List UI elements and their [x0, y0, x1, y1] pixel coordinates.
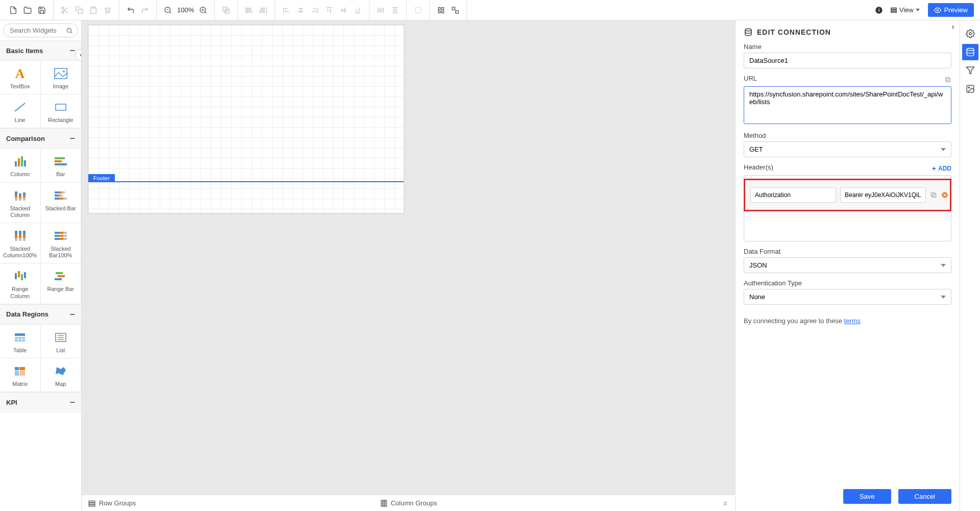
header-value-input[interactable] — [840, 187, 926, 203]
rail-properties-icon[interactable] — [962, 26, 978, 42]
align-right-edge-icon[interactable] — [257, 4, 270, 16]
snap-grid-icon[interactable] — [435, 4, 447, 16]
new-file-icon[interactable] — [7, 4, 19, 16]
widget-stacked-column-100[interactable]: Stacked Column100% — [0, 223, 41, 263]
widget-map[interactable]: Map — [40, 358, 82, 392]
widget-rectangle[interactable]: Rectangle — [40, 94, 82, 128]
right-icon-rail — [960, 20, 980, 511]
section-data-regions[interactable]: Data Regions − — [0, 304, 81, 325]
open-file-icon[interactable] — [21, 4, 34, 16]
section-comparison[interactable]: Comparison − — [0, 128, 81, 149]
svg-rect-140 — [931, 192, 935, 196]
widget-range-column[interactable]: Range Column — [0, 263, 41, 304]
delete-icon[interactable] — [102, 4, 114, 16]
save-file-icon[interactable] — [36, 4, 48, 16]
snap-shape-icon[interactable] — [449, 4, 461, 16]
align-top-icon[interactable] — [323, 4, 335, 16]
name-input[interactable] — [744, 53, 951, 68]
auth-type-select[interactable]: None — [744, 289, 951, 305]
align-right-icon[interactable] — [309, 4, 321, 16]
widget-table[interactable]: Table — [0, 324, 41, 358]
groups-collapse-icon[interactable] — [722, 500, 729, 507]
widget-stacked-bar[interactable]: Stacked Bar — [40, 182, 82, 223]
top-toolbar: 100% i View Preview — [0, 0, 980, 20]
canvas-body[interactable]: Footer — [82, 20, 735, 495]
copy-icon[interactable] — [73, 4, 85, 16]
header-key-input[interactable] — [750, 187, 836, 203]
order-group — [215, 0, 238, 20]
data-format-select[interactable]: JSON — [744, 257, 951, 273]
widget-textbox[interactable]: A TextBox — [0, 60, 41, 94]
dist-v-icon[interactable] — [389, 4, 401, 16]
svg-rect-48 — [442, 7, 444, 9]
url-input[interactable] — [744, 86, 951, 124]
zoom-out-icon[interactable] — [162, 4, 174, 16]
panel-collapse-icon[interactable] — [948, 22, 958, 32]
zoom-in-icon[interactable] — [197, 4, 209, 16]
method-select[interactable]: GET — [744, 141, 951, 157]
file-group — [2, 0, 54, 20]
svg-rect-135 — [383, 500, 385, 506]
report-canvas[interactable]: Footer — [88, 25, 404, 213]
align-middle-icon[interactable] — [337, 4, 350, 16]
bring-front-icon[interactable] — [220, 4, 232, 16]
svg-text:i: i — [878, 8, 880, 13]
zoom-group: 100% — [157, 0, 215, 20]
url-external-icon[interactable] — [944, 76, 951, 83]
size-same-icon[interactable] — [412, 4, 424, 16]
section-kpi[interactable]: KPI − — [0, 392, 81, 412]
info-icon[interactable]: i — [873, 4, 885, 16]
widget-column[interactable]: Column — [0, 148, 41, 182]
list-icon — [43, 330, 79, 345]
footer-label[interactable]: Footer — [88, 174, 115, 182]
cut-icon[interactable] — [59, 4, 71, 16]
widget-matrix[interactable]: Matrix — [0, 358, 41, 392]
column-groups-label[interactable]: Column Groups — [379, 499, 437, 507]
align-center-icon[interactable] — [295, 4, 307, 16]
dist-h-icon[interactable] — [375, 4, 387, 16]
section-title: Data Regions — [6, 310, 48, 318]
widget-stacked-bar-100[interactable]: Stacked Bar100% — [40, 223, 82, 263]
section-basic-items[interactable]: Basic Items − — [0, 40, 81, 61]
svg-rect-57 — [891, 11, 897, 12]
row-groups-label[interactable]: Row Groups — [88, 499, 136, 507]
widget-list[interactable]: List — [40, 324, 82, 358]
svg-text:A: A — [15, 66, 25, 81]
rail-image-icon[interactable] — [962, 81, 978, 97]
cancel-button[interactable]: Cancel — [898, 489, 951, 504]
svg-rect-47 — [438, 7, 440, 9]
align-left-icon[interactable] — [280, 4, 292, 16]
delete-header-icon[interactable] — [941, 191, 948, 199]
range-bar-icon — [43, 269, 79, 284]
save-button[interactable]: Save — [843, 489, 891, 504]
terms-link[interactable]: terms — [844, 317, 861, 325]
textbox-icon: A — [2, 66, 38, 81]
widget-range-bar[interactable]: Range Bar — [40, 263, 82, 304]
svg-point-0 — [62, 7, 64, 9]
svg-rect-79 — [23, 192, 26, 195]
paste-icon[interactable] — [87, 4, 100, 16]
svg-rect-100 — [55, 232, 59, 234]
matrix-icon — [2, 363, 38, 379]
view-dropdown[interactable]: View — [886, 4, 924, 16]
svg-rect-62 — [55, 68, 67, 79]
align-bottom-icon[interactable] — [352, 4, 364, 16]
section-title: KPI — [6, 399, 17, 406]
widget-bar[interactable]: Bar — [40, 148, 82, 182]
pin-icon[interactable] — [930, 191, 937, 199]
rail-data-icon[interactable] — [962, 44, 978, 60]
svg-rect-106 — [55, 238, 60, 240]
rail-filter-icon[interactable] — [962, 62, 978, 79]
svg-rect-5 — [78, 9, 83, 14]
widget-stacked-column[interactable]: Stacked Column — [0, 182, 41, 223]
widget-image[interactable]: Image — [40, 60, 82, 94]
widget-line[interactable]: Line — [0, 94, 41, 128]
add-header-button[interactable]: +ADD — [932, 164, 951, 173]
align-left-edge-icon[interactable] — [243, 4, 255, 16]
preview-button[interactable]: Preview — [928, 3, 974, 17]
undo-icon[interactable] — [125, 4, 137, 16]
terms-text: By connecting you agree to these — [744, 317, 844, 325]
svg-rect-84 — [62, 191, 65, 193]
svg-rect-130 — [19, 371, 25, 376]
redo-icon[interactable] — [139, 4, 151, 16]
